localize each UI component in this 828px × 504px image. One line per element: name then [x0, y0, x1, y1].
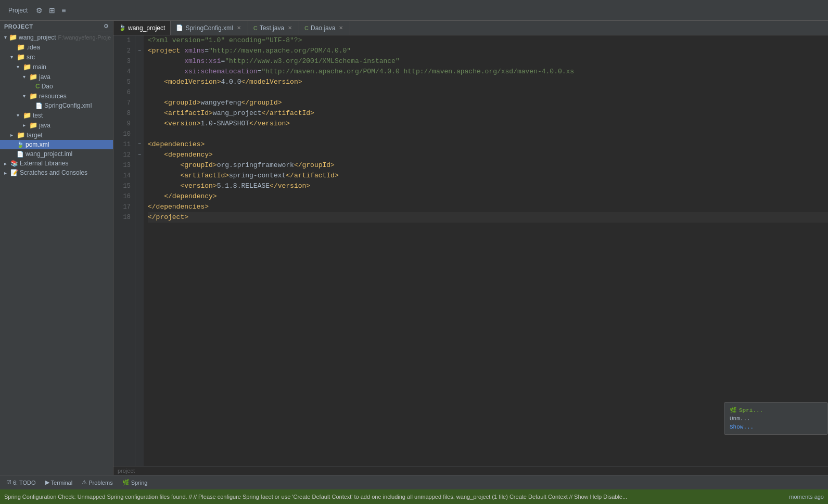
item-label-java: java	[39, 73, 50, 81]
code-line-12: <dependency>	[148, 150, 828, 160]
item-label-main: main	[33, 63, 46, 71]
bottom-info: Spring Configuration Check: Unmapped Spr…	[0, 489, 828, 504]
spring-popup-header: 🌿 Spri...	[730, 407, 822, 413]
sidebar-item-src[interactable]: 📁 src	[0, 52, 113, 62]
folder-open-icon-src: 📁	[17, 53, 25, 61]
problems-icon: ⚠	[82, 479, 87, 486]
sidebar-item-java[interactable]: 📁 java	[0, 72, 113, 82]
tab-icon-Test: C	[253, 25, 258, 31]
sidebar-item-target[interactable]: 📁 target	[0, 130, 113, 140]
editor[interactable]: 1 2 3 4 5 6 7 8 9 10 11 12 13 14 15 16 1	[113, 35, 828, 466]
code-area[interactable]: <?xml version="1.0" encoding="UTF-8"?> <…	[144, 35, 828, 466]
folder-icon-idea: 📁	[17, 43, 25, 51]
item-label-resources: resources	[39, 93, 67, 100]
sidebar-item-scratches[interactable]: 📝 Scratches and Consoles	[0, 168, 113, 177]
sidebar-header: Project ⚙	[0, 21, 113, 32]
item-label-Dao: Dao	[42, 83, 53, 90]
project-dropdown[interactable]: Project	[4, 5, 32, 16]
item-path: F:\wangyefeng-Proje	[58, 34, 111, 41]
fold-12[interactable]: −	[135, 150, 144, 160]
fold-2[interactable]: −	[135, 46, 144, 56]
code-line-9: <version>1.0-SNAPSHOT</version>	[148, 119, 828, 129]
xml-icon-SpringConfig: 📄	[35, 102, 43, 109]
folder-open-icon: 📁	[9, 33, 17, 41]
layout-icon[interactable]: ⊞	[47, 5, 57, 16]
tab-close-Dao[interactable]: ✕	[337, 24, 345, 31]
sidebar-item-SpringConfig[interactable]: 📄 SpringConfig.xml	[0, 101, 113, 110]
tab-Test[interactable]: C Test.java ✕	[248, 21, 299, 35]
code-line-8: <artifactId>wang_project</artifactId>	[148, 108, 828, 119]
fold-11[interactable]: −	[135, 139, 144, 150]
bottom-tab-todo[interactable]: ☑ 6: TODO	[2, 477, 40, 487]
fold-15	[135, 181, 144, 191]
sidebar-item-iml[interactable]: 📄 wang_project.iml	[0, 149, 113, 159]
fold-13	[135, 160, 144, 171]
code-line-18: </project>	[148, 212, 828, 223]
item-label-target: target	[27, 132, 43, 139]
code-line-16: </dependency>	[148, 191, 828, 202]
tab-label-Dao: Dao.java	[311, 24, 335, 32]
tab-icon-wang_project: 🍃	[119, 24, 126, 31]
tab-SpringConfig[interactable]: 📄 SpringConfig.xml ✕	[171, 21, 248, 35]
line-num-12: 12	[113, 150, 135, 160]
code-line-6	[148, 87, 828, 98]
code-line-1: <?xml version="1.0" encoding="UTF-8"?>	[148, 35, 828, 46]
item-label-src: src	[27, 54, 35, 61]
tab-label-wang_project: wang_project	[128, 24, 165, 32]
line-num-7: 7	[113, 98, 135, 108]
line-num-3: 3	[113, 56, 135, 67]
tab-icon-SpringConfig: 📄	[176, 24, 183, 31]
spring-popup-text: Unm...	[730, 416, 822, 422]
code-line-10	[148, 129, 828, 139]
line-num-10: 10	[113, 129, 135, 139]
spring-popup-link[interactable]: Show...	[730, 424, 754, 430]
sidebar-item-Dao[interactable]: C Dao	[0, 82, 113, 91]
line-num-17: 17	[113, 202, 135, 212]
arrow-target	[10, 132, 16, 138]
bottom-tab-terminal[interactable]: ▶ Terminal	[41, 477, 77, 487]
folder-open-icon-test: 📁	[23, 111, 31, 119]
line-num-9: 9	[113, 119, 135, 129]
tab-close-Test[interactable]: ✕	[286, 24, 294, 31]
breadcrumb: project	[113, 466, 828, 475]
sidebar-item-java2[interactable]: 📁 java	[0, 120, 113, 130]
line-num-15: 15	[113, 181, 135, 191]
line-num-5: 5	[113, 77, 135, 87]
folder-open-icon-main: 📁	[23, 63, 31, 71]
code-line-4: xsi:schemaLocation="http://maven.apache.…	[148, 67, 828, 77]
sidebar-item-wang_project[interactable]: 📁 wang_project F:\wangyefeng-Proje	[0, 32, 113, 42]
sidebar-item-extlibs[interactable]: 📚 External Libraries	[0, 159, 113, 168]
arrow-scratches	[4, 170, 9, 176]
fold-16	[135, 191, 144, 202]
item-label-test: test	[33, 112, 43, 119]
sidebar-options-icon[interactable]: ⚙	[104, 23, 109, 30]
line-num-13: 13	[113, 160, 135, 171]
problems-label: Problems	[88, 480, 112, 486]
menu-icon[interactable]: ≡	[59, 5, 68, 16]
sidebar-item-resources[interactable]: 📁 resources	[0, 91, 113, 101]
code-line-13: <groupId>org.springframework</groupId>	[148, 160, 828, 171]
code-line-11: <dependencies>	[148, 139, 828, 150]
fold-5	[135, 77, 144, 87]
fold-10	[135, 129, 144, 139]
tab-close-SpringConfig[interactable]: ✕	[235, 24, 243, 31]
line-num-14: 14	[113, 171, 135, 181]
item-label-extlibs: External Libraries	[20, 160, 68, 167]
tab-wang_project[interactable]: 🍃 wang_project	[113, 21, 171, 35]
code-line-7: <groupId>wangyefeng</groupId>	[148, 98, 828, 108]
item-label-SpringConfig: SpringConfig.xml	[44, 102, 92, 109]
sidebar-item-pom[interactable]: 🍃 pom.xml	[0, 140, 113, 149]
toolbar: Project ⚙ ⊞ ≡	[0, 0, 828, 21]
sidebar-item-idea[interactable]: 📁 .idea	[0, 42, 113, 52]
sidebar-item-test[interactable]: 📁 test	[0, 110, 113, 120]
terminal-icon: ▶	[45, 479, 49, 486]
sidebar-item-main[interactable]: 📁 main	[0, 62, 113, 72]
tab-Dao[interactable]: C Dao.java ✕	[299, 21, 350, 35]
settings-icon[interactable]: ⚙	[34, 5, 45, 16]
folder-icon-java2: 📁	[29, 121, 37, 129]
line-num-18: 18	[113, 212, 135, 223]
bottom-tab-spring[interactable]: 🌿 Spring	[118, 477, 152, 487]
bottom-tab-problems[interactable]: ⚠ Problems	[78, 477, 117, 487]
code-line-2: <project xmlns="http://maven.apache.org/…	[148, 46, 828, 56]
library-icon: 📚	[10, 160, 18, 167]
